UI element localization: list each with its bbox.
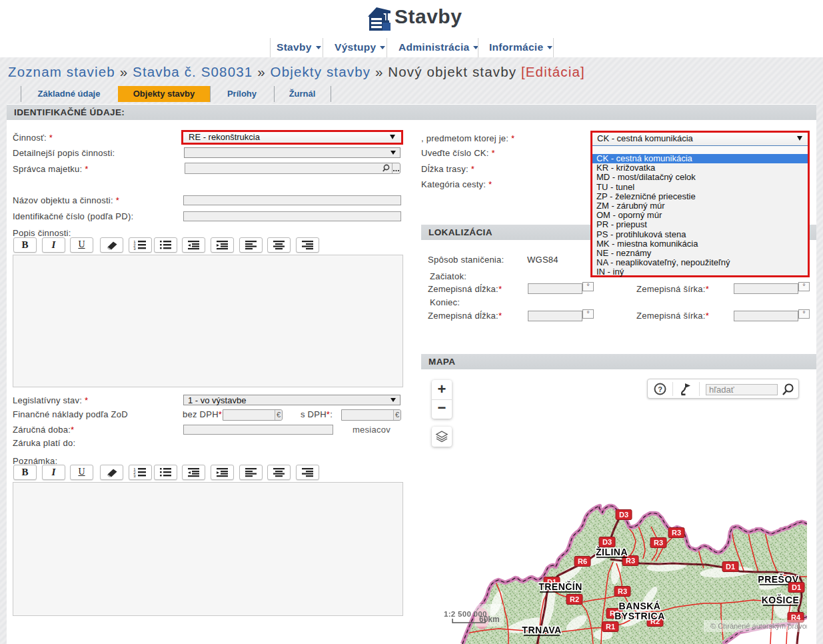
svg-text:R3: R3 bbox=[672, 529, 681, 537]
svg-text:R6: R6 bbox=[578, 557, 587, 565]
svg-text:R3: R3 bbox=[654, 539, 663, 547]
svg-text:R3: R3 bbox=[626, 557, 635, 565]
svg-text:R1: R1 bbox=[606, 623, 615, 631]
svg-text:KOŠICE: KOŠICE bbox=[762, 594, 800, 605]
svg-text:ŽILINA: ŽILINA bbox=[596, 546, 628, 557]
svg-text:D1: D1 bbox=[726, 563, 735, 571]
svg-text:?: ? bbox=[658, 385, 662, 393]
svg-text:D3: D3 bbox=[619, 511, 628, 519]
svg-text:R2: R2 bbox=[570, 595, 579, 603]
svg-text:D1: D1 bbox=[792, 583, 801, 591]
svg-text:3: 3 bbox=[133, 474, 136, 478]
svg-text:TRNAVA: TRNAVA bbox=[522, 625, 561, 635]
svg-text:R3: R3 bbox=[618, 587, 627, 595]
svg-text:D3: D3 bbox=[602, 538, 612, 546]
svg-text:TRENČÍN: TRENČÍN bbox=[538, 581, 582, 592]
svg-text:BANSKÁ: BANSKÁ bbox=[619, 601, 661, 611]
svg-text:© Chránené autorským právom: © Chránené autorským právom bbox=[710, 622, 807, 630]
svg-text:3: 3 bbox=[133, 247, 136, 251]
svg-text:BYSTRICA: BYSTRICA bbox=[614, 611, 665, 621]
